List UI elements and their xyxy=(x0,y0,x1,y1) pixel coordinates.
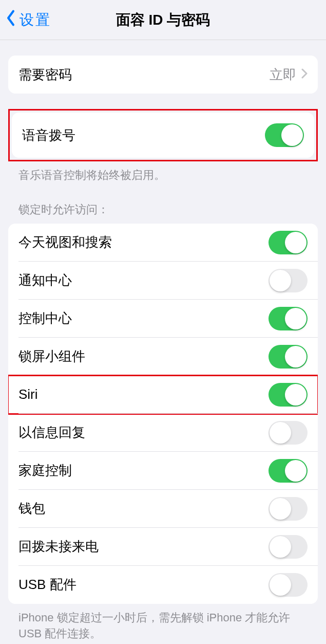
locked-access-row: 家庭控制 xyxy=(8,452,318,490)
require-passcode-label: 需要密码 xyxy=(18,66,270,84)
locked-access-toggle[interactable] xyxy=(269,497,308,521)
locked-access-label: USB 配件 xyxy=(18,576,269,594)
locked-access-toggle[interactable] xyxy=(269,459,308,483)
locked-access-label: 以信息回复 xyxy=(18,424,269,441)
voice-dial-footer: 音乐语音控制将始终被启用。 xyxy=(8,161,318,183)
chevron-left-icon xyxy=(5,9,16,30)
voice-dial-toggle[interactable] xyxy=(265,123,304,147)
locked-access-label: 回拨未接来电 xyxy=(18,538,269,556)
require-passcode-group: 需要密码 立即 xyxy=(8,56,318,94)
locked-access-row: 通知中心 xyxy=(8,262,318,300)
locked-access-label: Siri xyxy=(18,387,269,402)
locked-access-list: 今天视图和搜索通知中心控制中心锁屏小组件Siri以信息回复家庭控制钱包回拨未接来… xyxy=(8,224,318,604)
locked-access-row: 回拨未接来电 xyxy=(8,528,318,566)
navigation-bar: 设置 面容 ID 与密码 xyxy=(0,0,326,40)
locked-access-label: 今天视图和搜索 xyxy=(18,233,269,251)
locked-access-row: 控制中心 xyxy=(8,300,318,338)
locked-access-toggle[interactable] xyxy=(269,231,308,254)
locked-access-label: 家庭控制 xyxy=(18,462,269,480)
locked-access-toggle[interactable] xyxy=(269,421,308,445)
locked-access-footer: iPhone 锁定超过一小时后，需先解锁 iPhone 才能允许USB 配件连接… xyxy=(8,604,318,642)
locked-access-row: USB 配件 xyxy=(8,566,318,604)
locked-access-toggle[interactable] xyxy=(269,573,308,597)
voice-dial-label: 语音拨号 xyxy=(22,126,265,144)
voice-dial-row: 语音拨号 xyxy=(12,113,314,158)
back-label: 设置 xyxy=(20,10,51,30)
locked-access-header: 锁定时允许访问： xyxy=(8,202,318,224)
locked-access-row: 今天视图和搜索 xyxy=(8,224,318,262)
locked-access-label: 控制中心 xyxy=(18,309,269,327)
locked-access-toggle[interactable] xyxy=(269,307,308,330)
locked-access-label: 通知中心 xyxy=(18,271,269,289)
locked-access-row: 钱包 xyxy=(8,490,318,528)
locked-access-label: 锁屏小组件 xyxy=(18,347,269,365)
locked-access-toggle[interactable] xyxy=(269,535,308,559)
chevron-right-icon xyxy=(301,68,308,81)
locked-access-toggle[interactable] xyxy=(269,269,308,292)
voice-dial-group-highlight: 语音拨号 xyxy=(8,109,318,161)
locked-access-row: 锁屏小组件 xyxy=(8,338,318,376)
back-button[interactable]: 设置 xyxy=(5,9,51,30)
require-passcode-value: 立即 xyxy=(270,66,296,84)
locked-access-toggle[interactable] xyxy=(269,383,308,407)
require-passcode-row[interactable]: 需要密码 立即 xyxy=(8,56,318,94)
locked-access-toggle[interactable] xyxy=(269,345,308,369)
locked-access-row: Siri xyxy=(8,376,318,414)
locked-access-row: 以信息回复 xyxy=(8,414,318,452)
locked-access-label: 钱包 xyxy=(18,500,269,518)
